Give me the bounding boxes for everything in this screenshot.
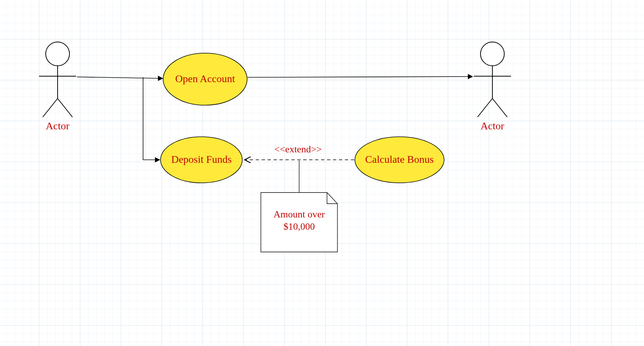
association-actorleft-depositfunds[interactable] <box>143 77 160 160</box>
association-actorleft-openaccount[interactable] <box>77 77 163 78</box>
svg-line-8 <box>478 98 492 117</box>
svg-line-9 <box>492 98 507 117</box>
diagram-canvas: Actor Actor Open Account Deposit Funds C… <box>0 0 644 346</box>
usecase-calculate-bonus[interactable]: Calculate Bonus <box>355 137 444 183</box>
svg-point-5 <box>480 42 504 66</box>
usecase-open-account-label: Open Account <box>175 73 235 84</box>
svg-line-4 <box>58 98 72 117</box>
extend-stereotype-label: <<extend>> <box>274 144 322 155</box>
actor-right[interactable]: Actor <box>474 42 511 132</box>
usecase-calculate-bonus-label: Calculate Bonus <box>365 153 434 165</box>
actor-left-label: Actor <box>46 120 69 132</box>
svg-line-3 <box>43 98 58 117</box>
note-amount-over[interactable]: Amount over $10,000 <box>261 193 337 252</box>
usecase-deposit-funds-label: Deposit Funds <box>171 153 232 165</box>
actor-left[interactable]: Actor <box>39 42 76 132</box>
usecase-deposit-funds[interactable]: Deposit Funds <box>161 137 242 183</box>
svg-point-0 <box>46 42 69 66</box>
association-openaccount-actorright[interactable] <box>247 77 473 77</box>
note-line1: Amount over <box>274 209 325 220</box>
use-case-diagram: Actor Actor Open Account Deposit Funds C… <box>0 0 644 346</box>
usecase-open-account[interactable]: Open Account <box>163 53 247 105</box>
actor-right-label: Actor <box>480 120 504 132</box>
note-line2: $10,000 <box>284 221 315 232</box>
